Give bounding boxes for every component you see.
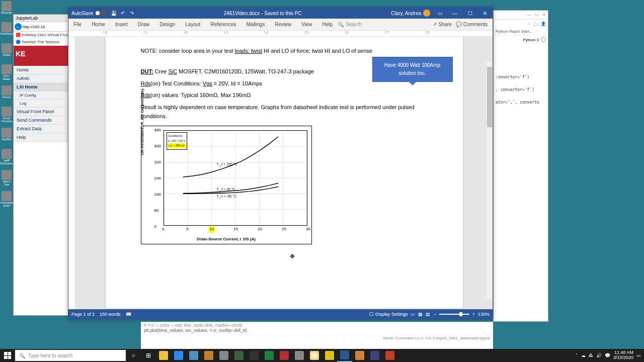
document-page[interactable]: NOTE: consider loop area in your test le… — [106, 37, 463, 308]
app-icon[interactable] — [352, 349, 367, 362]
minimize-button[interactable]: — — [447, 8, 462, 19]
zoom-level[interactable]: 130% — [478, 312, 490, 317]
favorite-link[interactable]: 🔵 TekWeb The Tektroni — [14, 39, 68, 46]
desktop-icon[interactable]: JetB PyCharm — [1, 149, 13, 169]
camtasia-icon[interactable] — [382, 349, 397, 362]
word-taskbar-icon[interactable] — [337, 349, 352, 362]
nav-home[interactable]: Home — [14, 66, 68, 74]
minimize-button[interactable]: — — [527, 13, 531, 17]
tab-help[interactable]: Help — [317, 20, 338, 29]
spellcheck-icon[interactable]: 📖 — [126, 312, 131, 317]
user-icon[interactable]: 👤 — [541, 22, 546, 26]
horizontal-ruler[interactable]: 012345678 — [68, 31, 493, 37]
desktop-icon[interactable]: KickStart — [1, 22, 13, 42]
tab-mailings[interactable]: Mailings — [241, 20, 270, 29]
scroll-thumb[interactable] — [487, 67, 492, 127]
web-layout-icon[interactable]: ▤ — [426, 312, 430, 317]
notifications-icon[interactable]: ▭ — [636, 353, 641, 358]
zoom-slider[interactable] — [439, 314, 469, 315]
chrome-icon[interactable] — [307, 349, 322, 362]
nav-ipconfig[interactable]: IP Config — [14, 92, 68, 100]
word-count[interactable]: 150 words — [100, 312, 121, 317]
star-icon[interactable]: ☆ — [527, 22, 530, 26]
app-icon[interactable] — [231, 349, 247, 362]
tab-draw[interactable]: Draw — [133, 20, 154, 29]
nav-help[interactable]: Help — [14, 133, 68, 142]
file-explorer-icon[interactable] — [156, 349, 171, 362]
address-bar[interactable]: http://192.16 — [23, 25, 45, 29]
desktop-icon[interactable]: Recycle — [1, 1, 13, 21]
ribbon-options-button[interactable]: ▭ — [432, 8, 447, 19]
desktop-icon[interactable]: Camtasia 2019 — [1, 191, 13, 211]
app-icon[interactable] — [247, 349, 262, 362]
notebook-tab[interactable]: Python Rapid Start... — [494, 28, 548, 35]
nav-log[interactable]: Log — [14, 100, 68, 108]
share-button[interactable]: ↗ Share — [433, 22, 451, 27]
desktop-icon[interactable]: Clicks — [1, 43, 13, 63]
taskbar-search[interactable]: 🔍 Type here to search — [15, 350, 126, 361]
app-icon[interactable] — [216, 349, 231, 362]
comments-button[interactable]: 💬 Comments — [456, 22, 488, 27]
maximize-button[interactable]: ☐ — [535, 13, 538, 17]
nav-lxi-home[interactable]: LXI Home — [14, 83, 68, 92]
cortana-icon[interactable]: ○ — [126, 349, 141, 362]
app-icon[interactable] — [186, 349, 201, 362]
tab-home[interactable]: Home — [87, 20, 110, 29]
clock[interactable]: 11:48 AM 3/15/2020 — [613, 350, 633, 360]
start-button[interactable] — [0, 349, 15, 362]
nav-admin[interactable]: Admin — [14, 74, 68, 83]
display-settings-button[interactable]: 🖵 Display Settings — [369, 312, 408, 317]
vertical-scrollbar[interactable] — [487, 62, 493, 299]
zoom-out-button[interactable]: − — [433, 312, 436, 317]
app-icon[interactable] — [201, 349, 216, 362]
save-icon[interactable]: 💾 — [110, 10, 117, 17]
redo-icon[interactable]: ↷ — [128, 10, 135, 17]
autosave-toggle[interactable] — [95, 11, 106, 16]
favorite-link[interactable]: 🟥 Keithley-2461-Virtual Fron — [14, 32, 68, 39]
tab-review[interactable]: Review — [270, 20, 296, 29]
nav-send-commands[interactable]: Send Commands — [14, 116, 68, 125]
tab-references[interactable]: References — [205, 20, 241, 29]
task-view-icon[interactable]: ⊞ — [141, 349, 156, 362]
network-icon[interactable]: 🖧 — [589, 353, 593, 358]
zoom-in-button[interactable]: + — [472, 312, 475, 317]
desktop-icon[interactable]: TestScr — [1, 128, 13, 148]
app-icon[interactable] — [322, 349, 337, 362]
profile-icon[interactable]: ◯ — [533, 22, 538, 26]
tab-layout[interactable]: Layout — [180, 20, 205, 29]
app-icon[interactable] — [292, 349, 307, 362]
datasheet-chart[interactable]: On Resistance, R_DS On (mOhms) Drain-Sou… — [141, 126, 312, 244]
app-icon[interactable] — [367, 349, 382, 362]
undo-icon[interactable]: ↶ — [119, 10, 126, 17]
tab-insert[interactable]: Insert — [110, 20, 133, 29]
volume-icon[interactable]: 🔊 — [596, 353, 602, 358]
battery-icon[interactable]: 💬 — [605, 353, 610, 358]
print-layout-icon[interactable]: ▦ — [418, 312, 423, 317]
desktop-icon[interactable]: Micro Tea — [1, 170, 13, 190]
tab-view[interactable]: View — [296, 20, 317, 29]
app-icon[interactable] — [277, 349, 292, 362]
nav-extract-data[interactable]: Extract Data — [14, 125, 68, 133]
desktop-icon[interactable]: Acro Read — [1, 64, 13, 84]
tab-file[interactable]: File — [68, 20, 87, 29]
maximize-button[interactable]: ☐ — [462, 8, 477, 19]
kernel-indicator[interactable]: Python 3 — [494, 35, 548, 44]
callout-shape[interactable]: Have 4000 Watt 100Amp solution too. — [372, 57, 453, 82]
close-button[interactable]: ✕ — [542, 13, 546, 17]
close-button[interactable]: ✕ — [477, 8, 493, 19]
tray-chevron-icon[interactable]: ˄ — [576, 353, 578, 358]
app-icon[interactable] — [262, 349, 277, 362]
browser-tab[interactable]: JupyterLab — [14, 15, 68, 22]
onedrive-icon[interactable]: ☁ — [581, 353, 586, 358]
desktop-icon[interactable]: Good Chrome — [1, 107, 13, 127]
vertical-ruler[interactable] — [68, 37, 75, 309]
tell-me-search[interactable]: 🔍Search — [338, 22, 362, 27]
tab-design[interactable]: Design — [154, 20, 180, 29]
nav-virtual-front-panel[interactable]: Virtual Front Panel — [14, 108, 68, 116]
ie-icon[interactable] — [171, 349, 186, 362]
desktop-icon[interactable]: Druva — [1, 85, 13, 106]
back-button[interactable]: ← — [15, 23, 22, 30]
user-account[interactable]: Clary, Andrea — [389, 10, 432, 17]
page-indicator[interactable]: Page 1 of 2 — [71, 312, 95, 317]
read-mode-icon[interactable]: ▭ — [411, 312, 415, 317]
